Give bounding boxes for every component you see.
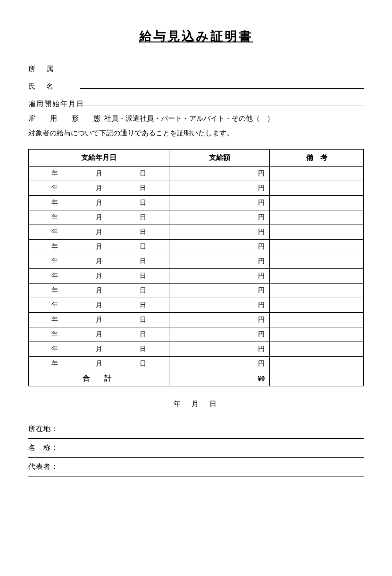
- table-row: 年 月 日 円: [29, 269, 364, 284]
- employment-type-row: 雇 用 形 態 社員・派遣社員・パート・アルバイト・その他（ ）: [28, 114, 364, 123]
- amount-cell-10: 円: [169, 313, 270, 327]
- amount-cell-12: 円: [169, 342, 270, 357]
- table-row: 年 月 日 円: [29, 342, 364, 357]
- description-text: 対象者の給与について下記の通りであることを証明いたします。: [28, 129, 364, 138]
- note-cell-10: [270, 313, 364, 327]
- representative-row: 代表者：: [28, 458, 364, 476]
- amount-cell-5: 円: [169, 240, 270, 254]
- employment-options: 社員・派遣社員・パート・アルバイト・その他（ ）: [104, 114, 274, 123]
- document-title: 給与見込み証明書: [28, 28, 364, 45]
- amount-cell-6: 円: [169, 254, 270, 269]
- table-row: 年 月 日 円: [29, 240, 364, 254]
- date-cell-12: 年 月 日: [29, 342, 169, 357]
- name-row: 氏 名: [28, 79, 364, 91]
- total-row: 合 計 ¥0: [29, 371, 364, 386]
- date-cell-0: 年 月 日: [29, 167, 169, 181]
- table-row: 年 月 日 円: [29, 327, 364, 342]
- header-amount: 支給額: [169, 150, 270, 167]
- table-row: 年 月 日 円: [29, 210, 364, 225]
- table-row: 年 月 日 円: [29, 313, 364, 327]
- footer-section: 所在地： 名 称： 代表者：: [28, 420, 364, 476]
- amount-cell-0: 円: [169, 167, 270, 181]
- company-name-label: 名 称：: [28, 443, 66, 452]
- total-amount: ¥0: [169, 371, 270, 386]
- header-note: 備 考: [270, 150, 364, 167]
- amount-cell-8: 円: [169, 284, 270, 298]
- date-cell-5: 年 月 日: [29, 240, 169, 254]
- total-note: [270, 371, 364, 386]
- affiliation-row: 所 属: [28, 62, 364, 74]
- name-label: 氏 名: [28, 82, 80, 91]
- employment-type-label: 雇 用 形 態: [28, 114, 104, 123]
- note-cell-12: [270, 342, 364, 357]
- note-cell-2: [270, 196, 364, 210]
- amount-cell-3: 円: [169, 210, 270, 225]
- date-cell-9: 年 月 日: [29, 298, 169, 313]
- date-cell-10: 年 月 日: [29, 313, 169, 327]
- note-cell-7: [270, 269, 364, 284]
- note-cell-5: [270, 240, 364, 254]
- note-cell-8: [270, 284, 364, 298]
- amount-cell-1: 円: [169, 181, 270, 196]
- date-cell-4: 年 月 日: [29, 225, 169, 240]
- employment-start-label: 雇用開始年月日: [28, 100, 84, 109]
- date-cell-11: 年 月 日: [29, 327, 169, 342]
- note-cell-4: [270, 225, 364, 240]
- date-cell-13: 年 月 日: [29, 357, 169, 371]
- date-cell-6: 年 月 日: [29, 254, 169, 269]
- note-cell-13: [270, 357, 364, 371]
- note-cell-0: [270, 167, 364, 181]
- date-cell-7: 年 月 日: [29, 269, 169, 284]
- amount-cell-2: 円: [169, 196, 270, 210]
- table-row: 年 月 日 円: [29, 254, 364, 269]
- note-cell-9: [270, 298, 364, 313]
- note-cell-11: [270, 327, 364, 342]
- date-cell-3: 年 月 日: [29, 210, 169, 225]
- employment-start-value: [84, 97, 364, 106]
- name-value: [80, 79, 364, 89]
- note-cell-1: [270, 181, 364, 196]
- note-cell-3: [270, 210, 364, 225]
- amount-cell-13: 円: [169, 357, 270, 371]
- amount-cell-7: 円: [169, 269, 270, 284]
- table-row: 年 月 日 円: [29, 181, 364, 196]
- header-date: 支給年月日: [29, 150, 169, 167]
- table-row: 年 月 日 円: [29, 167, 364, 181]
- address-row: 所在地：: [28, 420, 364, 439]
- issue-date: 年 月 日: [28, 400, 364, 409]
- date-cell-2: 年 月 日: [29, 196, 169, 210]
- amount-cell-11: 円: [169, 327, 270, 342]
- date-cell-1: 年 月 日: [29, 181, 169, 196]
- table-row: 年 月 日 円: [29, 196, 364, 210]
- address-label: 所在地：: [28, 425, 66, 434]
- company-name-row: 名 称：: [28, 439, 364, 458]
- employment-start-row: 雇用開始年月日: [28, 97, 364, 109]
- date-cell-8: 年 月 日: [29, 284, 169, 298]
- total-label: 合 計: [29, 371, 169, 386]
- note-cell-6: [270, 254, 364, 269]
- amount-cell-4: 円: [169, 225, 270, 240]
- table-row: 年 月 日 円: [29, 298, 364, 313]
- amount-cell-9: 円: [169, 298, 270, 313]
- table-row: 年 月 日 円: [29, 284, 364, 298]
- representative-label: 代表者：: [28, 462, 66, 471]
- table-row: 年 月 日 円: [29, 357, 364, 371]
- affiliation-label: 所 属: [28, 65, 80, 74]
- affiliation-value: [80, 62, 364, 71]
- table-row: 年 月 日 円: [29, 225, 364, 240]
- salary-table: 支給年月日 支給額 備 考 年 月 日 円 年 月 日: [28, 149, 364, 386]
